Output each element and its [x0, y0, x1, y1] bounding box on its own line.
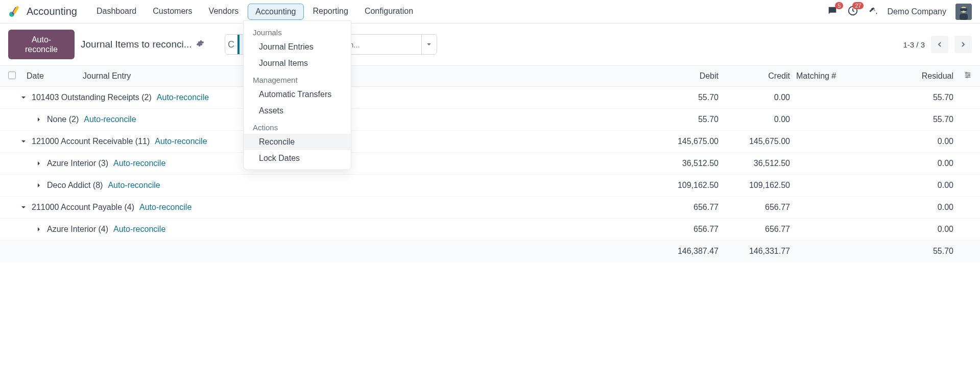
table-row: Deco Addict (8)Auto-reconcile109,162.501…	[0, 175, 980, 197]
tools-icon[interactable]	[868, 6, 878, 17]
cell-debit: 109,162.50	[632, 181, 719, 190]
auto-reconcile-button[interactable]: Auto-reconcile	[8, 30, 75, 59]
nav-dashboard[interactable]: Dashboard	[89, 4, 144, 20]
auto-reconcile-link[interactable]: Auto-reconcile	[157, 93, 209, 102]
cell-debit: 55.70	[632, 93, 719, 102]
cell-residual: 55.70	[851, 93, 953, 102]
pager-prev-button[interactable]	[931, 36, 948, 53]
pager-text[interactable]: 1-3 / 3	[903, 40, 925, 49]
dd-item-journal-items[interactable]: Journal Items	[244, 55, 351, 71]
nav-configuration[interactable]: Configuration	[357, 4, 420, 20]
dd-header-actions: Actions	[244, 119, 351, 134]
col-credit[interactable]: Credit	[719, 71, 790, 81]
page-title: Journal Items to reconci...	[81, 39, 192, 50]
cell-credit: 145,675.00	[719, 137, 790, 146]
table-row: 211000 Account Payable (4)Auto-reconcile…	[0, 197, 980, 219]
cell-debit: 656.77	[632, 225, 719, 234]
caret-down-icon[interactable]	[18, 205, 29, 210]
table-header: Date Journal Entry Debit Credit Matching…	[0, 65, 980, 87]
page-title-wrap: Journal Items to reconci...	[81, 39, 204, 50]
caret-right-icon[interactable]	[34, 227, 44, 232]
svg-point-10	[966, 73, 967, 74]
search-left-stub: C	[225, 39, 237, 50]
accounting-dropdown: Journals Journal Entries Journal Items M…	[243, 20, 351, 170]
dd-item-lock-dates[interactable]: Lock Dates	[244, 150, 351, 166]
search-dropdown-toggle[interactable]	[421, 35, 437, 54]
journal-items-table: Date Journal Entry Debit Credit Matching…	[0, 65, 980, 262]
caret-down-icon[interactable]	[18, 95, 29, 100]
activities-badge: 27	[852, 2, 864, 9]
nav-accounting[interactable]: Accounting	[248, 4, 303, 20]
group-label: 101403 Outstanding Receipts (2)	[32, 93, 152, 102]
col-residual[interactable]: Residual	[851, 71, 953, 81]
control-bar: Auto-reconcile Journal Items to reconci.…	[0, 23, 980, 65]
col-journal-entry[interactable]: Journal Entry	[83, 71, 632, 81]
top-nav-right: 5 27 Demo Company	[827, 4, 972, 20]
footer-debit: 146,387.47	[632, 247, 719, 256]
nav-customers[interactable]: Customers	[146, 4, 199, 20]
nav-reporting[interactable]: Reporting	[306, 4, 355, 20]
cell-residual: 0.00	[851, 159, 953, 168]
cell-credit: 0.00	[719, 115, 790, 124]
group-label: 121000 Account Receivable (11)	[32, 137, 150, 146]
nav-items: Dashboard Customers Vendors Accounting R…	[89, 4, 420, 20]
col-debit[interactable]: Debit	[632, 71, 719, 81]
caret-down-icon[interactable]	[18, 139, 29, 144]
cell-debit: 55.70	[632, 115, 719, 124]
dd-header-management: Management	[244, 71, 351, 86]
cell-credit: 656.77	[719, 225, 790, 234]
row-entry: Deco Addict (8)Auto-reconcile	[18, 181, 632, 190]
cell-credit: 109,162.50	[719, 181, 790, 190]
cell-credit: 656.77	[719, 203, 790, 212]
messages-icon[interactable]: 5	[827, 5, 838, 18]
row-entry: Azure Interior (4)Auto-reconcile	[18, 225, 632, 234]
nav-vendors[interactable]: Vendors	[202, 4, 246, 20]
svg-rect-6	[960, 14, 968, 20]
auto-reconcile-link[interactable]: Auto-reconcile	[113, 159, 165, 168]
activities-icon[interactable]: 27	[847, 5, 858, 18]
cell-residual: 0.00	[851, 203, 953, 212]
app-name[interactable]: Accounting	[27, 6, 77, 17]
cell-credit: 0.00	[719, 93, 790, 102]
column-options-icon[interactable]	[953, 71, 972, 81]
table-row: Azure Interior (3)Auto-reconcile36,512.5…	[0, 153, 980, 175]
avatar[interactable]	[955, 4, 972, 20]
cell-residual: 0.00	[851, 137, 953, 146]
group-label: Deco Addict (8)	[47, 181, 103, 190]
pager-next-button[interactable]	[954, 36, 972, 53]
svg-point-11	[968, 75, 970, 76]
svg-point-12	[966, 77, 968, 78]
caret-right-icon[interactable]	[34, 161, 44, 166]
auto-reconcile-link[interactable]: Auto-reconcile	[113, 225, 165, 234]
app-logo-icon	[8, 6, 20, 18]
dd-item-assets[interactable]: Assets	[244, 103, 351, 119]
dd-item-journal-entries[interactable]: Journal Entries	[244, 39, 351, 55]
cell-debit: 656.77	[632, 203, 719, 212]
auto-reconcile-link[interactable]: Auto-reconcile	[84, 115, 136, 124]
table-row: None (2)Auto-reconcile55.700.0055.70	[0, 109, 980, 131]
group-label: Azure Interior (3)	[47, 159, 108, 168]
dd-item-reconcile[interactable]: Reconcile	[244, 134, 351, 150]
pager: 1-3 / 3	[903, 36, 972, 53]
caret-right-icon[interactable]	[34, 183, 44, 188]
auto-reconcile-link[interactable]: Auto-reconcile	[108, 181, 160, 190]
group-label: None (2)	[47, 115, 79, 124]
footer-residual: 55.70	[851, 247, 953, 256]
gear-icon[interactable]	[196, 39, 204, 50]
cell-debit: 36,512.50	[632, 159, 719, 168]
col-matching[interactable]: Matching #	[790, 71, 851, 81]
table-row: 101403 Outstanding Receipts (2)Auto-reco…	[0, 87, 980, 109]
cell-debit: 145,675.00	[632, 137, 719, 146]
caret-right-icon[interactable]	[34, 117, 44, 122]
footer-credit: 146,331.77	[719, 247, 790, 256]
auto-reconcile-link[interactable]: Auto-reconcile	[139, 203, 192, 212]
dd-item-automatic-transfers[interactable]: Automatic Transfers	[244, 86, 351, 103]
company-name[interactable]: Demo Company	[887, 7, 946, 16]
messages-badge: 5	[835, 2, 843, 9]
dd-header-journals: Journals	[244, 24, 351, 39]
table-row: 121000 Account Receivable (11)Auto-recon…	[0, 131, 980, 153]
col-date[interactable]: Date	[27, 71, 83, 81]
col-checkbox[interactable]	[8, 71, 27, 81]
auto-reconcile-link[interactable]: Auto-reconcile	[155, 137, 207, 146]
group-label: Azure Interior (4)	[47, 225, 108, 234]
